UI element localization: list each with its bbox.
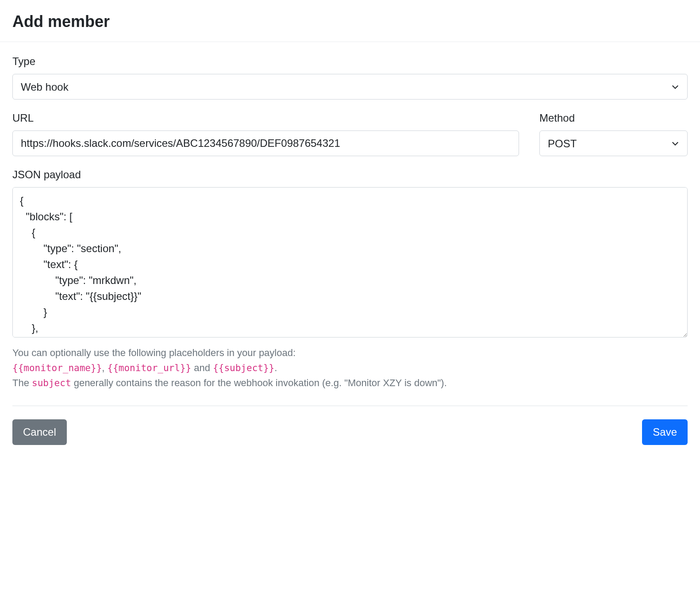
modal-header: Add member <box>0 0 700 42</box>
placeholder-monitor-url: {{monitor_url}} <box>108 363 192 373</box>
type-field-group: Type Web hook <box>12 55 688 100</box>
placeholder-subject: {{subject}} <box>213 363 274 373</box>
placeholder-monitor-name: {{monitor_name}} <box>12 363 102 373</box>
payload-label: JSON payload <box>12 169 688 181</box>
payload-help-text: You can optionally use the following pla… <box>12 345 688 391</box>
page-title: Add member <box>12 12 688 31</box>
type-label: Type <box>12 55 688 68</box>
type-select[interactable]: Web hook <box>12 74 688 100</box>
cancel-button[interactable]: Cancel <box>12 419 67 445</box>
url-input[interactable] <box>12 130 519 156</box>
save-button[interactable]: Save <box>642 419 688 445</box>
method-select[interactable]: POST <box>539 130 688 156</box>
method-field-group: Method POST <box>539 112 688 156</box>
help-line1: You can optionally use the following pla… <box>12 347 296 358</box>
url-label: URL <box>12 112 519 124</box>
payload-field-group: JSON payload { "blocks": [ { "type": "se… <box>12 169 688 391</box>
modal-footer: Cancel Save <box>12 406 688 445</box>
url-field-group: URL <box>12 112 519 156</box>
subject-code: subject <box>32 378 71 388</box>
payload-textarea[interactable]: { "blocks": [ { "type": "section", "text… <box>12 187 688 338</box>
method-label: Method <box>539 112 688 124</box>
